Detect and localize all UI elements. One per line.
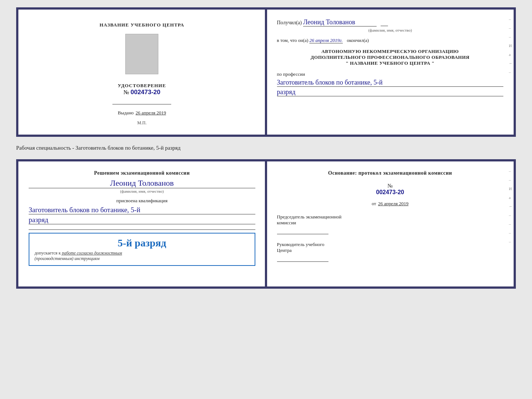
stamp-box: 5-й разряд допускается к работе согласно…: [29, 233, 255, 266]
photo-placeholder: [125, 34, 158, 74]
specialty-label: Рабочая специальность - Заготовитель бло…: [16, 143, 516, 153]
head-sig-line: [277, 261, 328, 262]
bottom-edge-3: –: [509, 213, 513, 217]
stamp-rank: 5-й разряд: [35, 237, 249, 249]
org-line1: АВТОНОМНУЮ НЕКОММЕРЧЕСКУЮ ОРГАНИЗАЦИЮ: [277, 49, 504, 54]
chairman-title: Председатель экзаменационной: [277, 214, 504, 220]
name-caption-top: (фамилия, имя, отчество): [277, 28, 504, 32]
cert-label: УДОСТОВЕРЕНИЕ: [118, 83, 166, 89]
edge-mark-3: –: [509, 35, 513, 39]
cert-number: 002473-20: [130, 89, 160, 96]
bottom-document: Решением экзаменационной комиссии Леонид…: [16, 159, 516, 289]
org-line3: " НАЗВАНИЕ УЧЕБНОГО ЦЕНТРА ": [277, 60, 504, 66]
bottom-edge-4: –: [509, 222, 513, 226]
confirmed-date: 26 апреля 2019г.: [309, 38, 342, 43]
chairman-title2: комиссии: [277, 220, 504, 226]
profession-label: по профессии: [277, 71, 504, 77]
assigned-label: присвоена квалификация: [29, 198, 255, 204]
assigned-rank: разряд: [29, 216, 255, 224]
chairman-block: Председатель экзаменационной комиссии: [277, 214, 504, 234]
bottom-edge-arr: ←: [509, 204, 513, 209]
cert-number-line: № 002473-20: [118, 89, 166, 96]
edge-mark-i: И: [509, 43, 513, 48]
confirmed-suffix: окончил(а): [347, 38, 369, 43]
issued-date: 26 апреля 2019: [136, 110, 166, 115]
received-prefix: Получил(а): [277, 20, 302, 25]
bottom-edge-6: –: [509, 239, 513, 244]
cert-number-prefix: №: [123, 89, 129, 95]
edge-mark-1: –: [509, 17, 513, 21]
issued-label: Выдано: [118, 110, 134, 115]
recipient-name: Леонид Толованов: [303, 18, 377, 26]
head-title2: Центра: [277, 247, 504, 253]
admitted-label: допускается к работе согласно должностны…: [35, 250, 249, 256]
proto-prefix: №: [388, 183, 393, 189]
bottom-doc-left: Решением экзаменационной комиссии Леонид…: [18, 161, 267, 286]
basis-title: Основание: протокол экзаменационной коми…: [277, 170, 504, 176]
from-date-line: от 26 апреля 2019: [277, 201, 504, 207]
bottom-edge-5: –: [509, 231, 513, 235]
from-date: 26 апреля 2019: [378, 201, 409, 206]
edge-mark-a: а: [509, 52, 513, 57]
name-caption-bottom: (фамилия, имя, отчество): [29, 189, 255, 193]
bottom-edge-1: –: [509, 169, 513, 173]
commission-title: Решением экзаменационной комиссии: [29, 170, 255, 176]
profession-value: Заготовитель блоков по ботанике, 5-й: [277, 79, 504, 87]
top-doc-left: НАЗВАНИЕ УЧЕБНОГО ЦЕНТРА УДОСТОВЕРЕНИЕ №…: [18, 10, 267, 135]
right-edge-marks: – – – И а ← –: [509, 17, 514, 74]
top-left-center-title: НАЗВАНИЕ УЧЕБНОГО ЦЕНТРА: [100, 22, 184, 28]
head-block: Руководитель учебного Центра: [277, 242, 504, 262]
bottom-edge-2: –: [509, 178, 513, 182]
head-title: Руководитель учебного: [277, 242, 504, 247]
chairman-sig-line: [277, 234, 328, 234]
assigned-profession: Заготовитель блоков по ботанике, 5-й: [29, 206, 255, 214]
bottom-doc-right: Основание: протокол экзаменационной коми…: [267, 161, 514, 286]
recipient-line: Получил(а) Леонид Толованов: [277, 18, 504, 26]
bottom-edge-i: И: [509, 186, 513, 191]
rank-value: разряд: [277, 88, 504, 96]
confirmed-prefix: в том, что он(а): [277, 38, 309, 43]
top-doc-right: Получил(а) Леонид Толованов (фамилия, им…: [267, 10, 514, 135]
commission-name: Леонид Толованов: [29, 178, 255, 188]
edge-mark-arr: ←: [509, 61, 513, 65]
admitted-text: работе согласно должностным: [62, 250, 122, 256]
top-document: НАЗВАНИЕ УЧЕБНОГО ЦЕНТРА УДОСТОВЕРЕНИЕ №…: [16, 7, 516, 137]
bottom-edge-a: а: [509, 195, 513, 200]
org-block: АВТОНОМНУЮ НЕКОММЕРЧЕСКУЮ ОРГАНИЗАЦИЮ ДО…: [277, 49, 504, 66]
from-label: от: [372, 201, 376, 206]
edge-mark-2: –: [509, 26, 513, 30]
issued-line: Выдано 26 апреля 2019: [118, 110, 166, 116]
admitted-text2: (производственным) инструкциям: [35, 256, 249, 261]
edge-mark-4: –: [509, 70, 513, 74]
stamp-label: М.П.: [137, 120, 147, 126]
admitted-prefix: допускается к: [35, 250, 61, 256]
confirmed-line: в том, что он(а) 26 апреля 2019г. окончи…: [277, 38, 504, 43]
bottom-right-edge-marks: – – И а ← – – – –: [509, 169, 514, 244]
org-line2: ДОПОЛНИТЕЛЬНОГО ПРОФЕССИОНАЛЬНОГО ОБРАЗО…: [277, 54, 504, 60]
proto-number: 002473-20: [277, 189, 504, 196]
cert-number-block: УДОСТОВЕРЕНИЕ № 002473-20: [118, 83, 166, 96]
